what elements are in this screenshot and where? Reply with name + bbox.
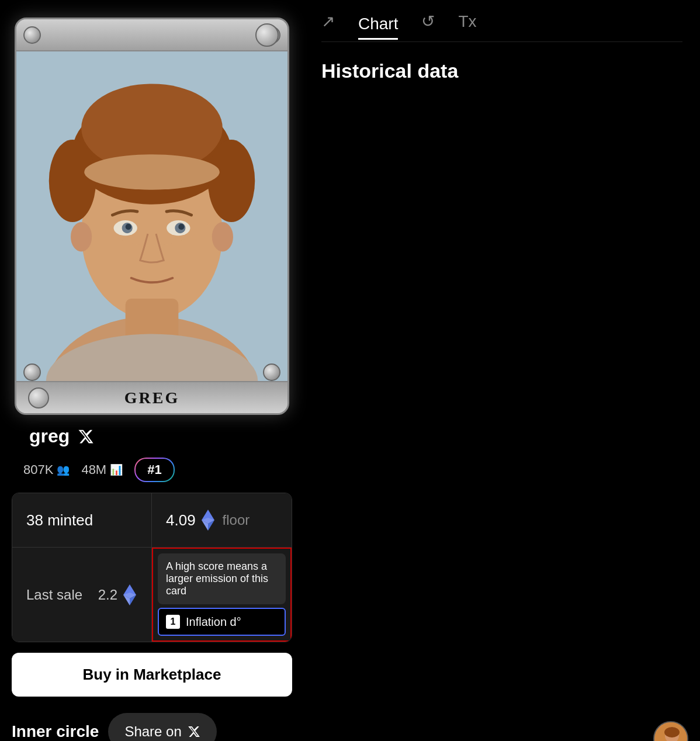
card-name: GREG: [124, 389, 179, 407]
card-bottom-bar: GREG: [16, 381, 287, 413]
card-corner-br: [263, 363, 280, 381]
svg-point-7: [208, 140, 255, 222]
tooltip-cell: A high score means a larger emission of …: [152, 548, 292, 642]
impressions-stat: 48M 📊: [81, 462, 123, 477]
tab-tx[interactable]: Tx: [458, 12, 476, 36]
svg-point-14: [178, 224, 184, 230]
last-sale-label: Last sale: [26, 587, 82, 603]
svg-point-13: [126, 224, 131, 230]
card-top-bar: [16, 19, 287, 51]
impressions-icon: 📊: [110, 463, 123, 476]
card-corner-tr: [263, 26, 280, 44]
x-social-icon[interactable]: [77, 427, 95, 446]
tx-label: Tx: [458, 12, 476, 31]
tab-chart[interactable]: Chart: [358, 15, 398, 40]
eth-icon-2: [123, 584, 136, 605]
minted-value: 38 minted: [26, 511, 93, 529]
card-photo-svg: [16, 51, 287, 381]
buy-marketplace-button[interactable]: Buy in Marketplace: [12, 653, 292, 697]
followers-stat: 807K 👥: [23, 462, 70, 477]
reset-icon: ↺: [421, 12, 435, 31]
svg-point-15: [71, 222, 92, 251]
inflation-row: 1 Inflation d°: [158, 608, 286, 636]
floor-cell: 4.09 floor: [152, 493, 292, 548]
svg-point-30: [664, 727, 680, 737]
rank-badge: #1: [134, 458, 174, 482]
eth-icon: [202, 510, 214, 531]
tab-reset[interactable]: ↺: [421, 12, 435, 36]
trend-icon: ↗: [321, 12, 335, 31]
floor-label: floor: [223, 512, 250, 528]
svg-point-16: [212, 222, 233, 251]
username: greg: [29, 425, 70, 447]
historical-data-title: Historical data: [321, 60, 682, 82]
chart-area: [321, 94, 682, 741]
left-panel: GREG greg 807K 👥 48M 📊: [0, 0, 304, 741]
card-photo: [16, 51, 287, 381]
trading-card: GREG: [15, 18, 289, 415]
stats-row: 807K 👥 48M 📊 #1: [12, 458, 292, 482]
floor-price: 4.09: [166, 511, 196, 529]
card-corner-tl: [23, 26, 41, 44]
inflation-label: Inflation d°: [186, 615, 241, 629]
share-label: Share on: [124, 723, 181, 740]
right-panel: ↗ Chart ↺ Tx Historical data: [304, 0, 700, 741]
svg-point-6: [49, 140, 96, 222]
minted-cell: 38 minted: [12, 493, 152, 548]
tab-bar: ↗ Chart ↺ Tx: [321, 12, 682, 42]
card-corner-bl: [23, 363, 41, 381]
followers-value: 807K: [23, 462, 53, 477]
svg-point-8: [84, 154, 220, 189]
inner-circle-label: Inner circle: [12, 722, 99, 741]
impressions-value: 48M: [81, 462, 106, 477]
last-sale-value: 2.2: [98, 587, 117, 603]
card-bottom-icon: [28, 387, 49, 408]
share-button[interactable]: Share on: [108, 713, 216, 741]
chart-label: Chart: [358, 15, 398, 33]
bottom-actions: Buy in Marketplace: [12, 653, 292, 702]
followers-icon: 👥: [57, 463, 70, 476]
tab-trend[interactable]: ↗: [321, 12, 335, 36]
inner-circle-share-row: Inner circle Share on: [12, 713, 292, 741]
last-sale-cell: Last sale 2.2: [12, 548, 152, 642]
inflation-number: 1: [166, 615, 180, 629]
tooltip-text: A high score means a larger emission of …: [158, 553, 286, 604]
rank-value: #1: [147, 462, 161, 477]
user-info-row: greg: [12, 425, 292, 447]
stats-grid: 38 minted 4.09 floor Last sale 2.2: [12, 493, 292, 642]
share-x-icon: [188, 725, 200, 738]
